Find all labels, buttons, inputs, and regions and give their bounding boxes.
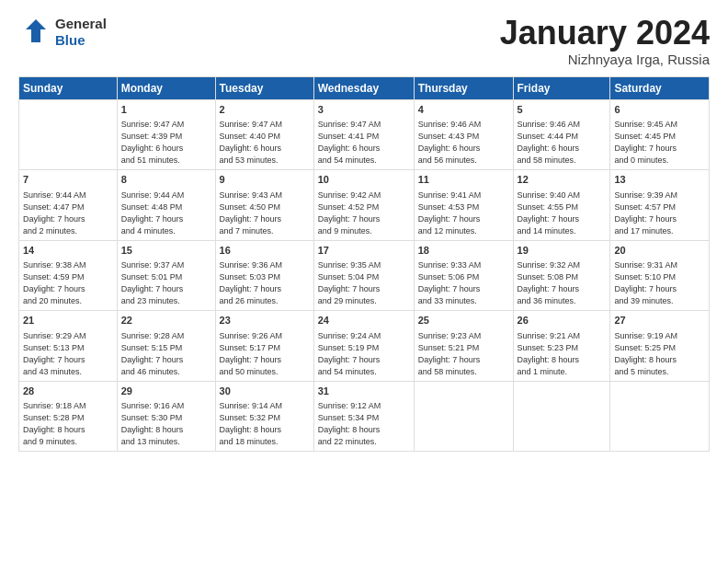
day-number: 22 [121, 314, 211, 327]
calendar-cell: 6Sunrise: 9:45 AM Sunset: 4:45 PM Daylig… [610, 99, 710, 170]
calendar-cell [610, 381, 710, 452]
svg-marker-0 [26, 19, 46, 42]
calendar-cell: 10Sunrise: 9:42 AM Sunset: 4:52 PM Dayli… [313, 170, 414, 241]
calendar-cell: 25Sunrise: 9:23 AM Sunset: 5:21 PM Dayli… [414, 311, 513, 382]
day-number: 4 [418, 103, 509, 117]
calendar-cell: 27Sunrise: 9:19 AM Sunset: 5:25 PM Dayli… [610, 311, 710, 382]
calendar-cell: 12Sunrise: 9:40 AM Sunset: 4:55 PM Dayli… [513, 170, 610, 241]
day-number: 23 [220, 314, 310, 327]
calendar-cell: 26Sunrise: 9:21 AM Sunset: 5:23 PM Dayli… [513, 311, 610, 382]
day-number: 15 [121, 244, 211, 258]
calendar-cell: 4Sunrise: 9:46 AM Sunset: 4:43 PM Daylig… [414, 99, 513, 170]
calendar-cell [19, 99, 118, 170]
calendar-cell: 1Sunrise: 9:47 AM Sunset: 4:39 PM Daylig… [117, 99, 215, 170]
day-info: Sunrise: 9:39 AM Sunset: 4:57 PM Dayligh… [614, 190, 705, 237]
day-info: Sunrise: 9:35 AM Sunset: 5:04 PM Dayligh… [318, 259, 410, 307]
day-number: 13 [614, 173, 705, 187]
calendar-cell: 15Sunrise: 9:37 AM Sunset: 5:01 PM Dayli… [117, 240, 215, 311]
calendar-cell: 19Sunrise: 9:32 AM Sunset: 5:08 PM Dayli… [513, 240, 610, 311]
day-number: 10 [318, 173, 410, 187]
header-monday: Monday [117, 76, 215, 99]
day-info: Sunrise: 9:41 AM Sunset: 4:53 PM Dayligh… [418, 190, 509, 237]
day-number: 27 [614, 314, 705, 327]
header-thursday: Thursday [414, 76, 513, 99]
calendar-cell: 8Sunrise: 9:44 AM Sunset: 4:48 PM Daylig… [117, 170, 215, 241]
day-info: Sunrise: 9:37 AM Sunset: 5:01 PM Dayligh… [121, 259, 211, 307]
day-info: Sunrise: 9:40 AM Sunset: 4:55 PM Dayligh… [518, 190, 607, 237]
day-info: Sunrise: 9:14 AM Sunset: 5:32 PM Dayligh… [220, 400, 310, 448]
calendar-table: Sunday Monday Tuesday Wednesday Thursday… [18, 76, 710, 453]
day-number: 1 [121, 103, 211, 117]
day-number: 25 [418, 314, 509, 327]
day-info: Sunrise: 9:12 AM Sunset: 5:34 PM Dayligh… [318, 400, 410, 448]
day-info: Sunrise: 9:43 AM Sunset: 4:50 PM Dayligh… [220, 190, 310, 237]
calendar-cell: 7Sunrise: 9:44 AM Sunset: 4:47 PM Daylig… [19, 170, 118, 241]
day-number: 6 [614, 103, 705, 117]
calendar-cell: 20Sunrise: 9:31 AM Sunset: 5:10 PM Dayli… [610, 240, 710, 311]
calendar-cell: 24Sunrise: 9:24 AM Sunset: 5:19 PM Dayli… [313, 311, 414, 382]
day-info: Sunrise: 9:46 AM Sunset: 4:44 PM Dayligh… [518, 119, 607, 167]
header-wednesday: Wednesday [313, 76, 414, 99]
calendar-cell: 2Sunrise: 9:47 AM Sunset: 4:40 PM Daylig… [215, 99, 313, 170]
calendar-title: January 2024 [500, 15, 710, 52]
calendar-cell: 31Sunrise: 9:12 AM Sunset: 5:34 PM Dayli… [313, 381, 414, 452]
day-info: Sunrise: 9:33 AM Sunset: 5:06 PM Dayligh… [418, 259, 509, 307]
calendar-cell: 23Sunrise: 9:26 AM Sunset: 5:17 PM Dayli… [215, 311, 313, 382]
calendar-cell: 11Sunrise: 9:41 AM Sunset: 4:53 PM Dayli… [414, 170, 513, 241]
day-info: Sunrise: 9:26 AM Sunset: 5:17 PM Dayligh… [220, 330, 310, 378]
calendar-cell: 29Sunrise: 9:16 AM Sunset: 5:30 PM Dayli… [117, 381, 215, 452]
calendar-cell: 21Sunrise: 9:29 AM Sunset: 5:13 PM Dayli… [19, 311, 118, 382]
day-info: Sunrise: 9:36 AM Sunset: 5:03 PM Dayligh… [220, 259, 310, 307]
day-number: 5 [518, 103, 607, 117]
calendar-cell: 16Sunrise: 9:36 AM Sunset: 5:03 PM Dayli… [215, 240, 313, 311]
day-number: 2 [220, 103, 310, 117]
day-number: 14 [23, 244, 113, 258]
calendar-cell: 30Sunrise: 9:14 AM Sunset: 5:32 PM Dayli… [215, 381, 313, 452]
day-info: Sunrise: 9:19 AM Sunset: 5:25 PM Dayligh… [614, 330, 705, 378]
day-number: 17 [318, 244, 410, 258]
day-info: Sunrise: 9:44 AM Sunset: 4:48 PM Dayligh… [121, 190, 211, 237]
day-info: Sunrise: 9:16 AM Sunset: 5:30 PM Dayligh… [121, 400, 211, 448]
header-sunday: Sunday [19, 76, 118, 99]
header: GeneralBlue January 2024 Nizhnyaya Irga,… [18, 15, 710, 67]
day-info: Sunrise: 9:29 AM Sunset: 5:13 PM Dayligh… [23, 330, 113, 378]
day-info: Sunrise: 9:21 AM Sunset: 5:23 PM Dayligh… [518, 330, 607, 378]
day-info: Sunrise: 9:44 AM Sunset: 4:47 PM Dayligh… [23, 190, 113, 237]
calendar-week-3: 14Sunrise: 9:38 AM Sunset: 4:59 PM Dayli… [19, 240, 710, 311]
day-number: 31 [318, 385, 410, 398]
day-number: 30 [220, 385, 310, 398]
header-friday: Friday [513, 76, 610, 99]
day-info: Sunrise: 9:38 AM Sunset: 4:59 PM Dayligh… [23, 259, 113, 307]
header-row: Sunday Monday Tuesday Wednesday Thursday… [19, 76, 710, 99]
calendar-week-5: 28Sunrise: 9:18 AM Sunset: 5:28 PM Dayli… [19, 381, 710, 452]
day-number: 19 [518, 244, 607, 258]
day-info: Sunrise: 9:47 AM Sunset: 4:41 PM Dayligh… [318, 119, 410, 167]
calendar-cell: 9Sunrise: 9:43 AM Sunset: 4:50 PM Daylig… [215, 170, 313, 241]
day-info: Sunrise: 9:23 AM Sunset: 5:21 PM Dayligh… [418, 330, 509, 378]
calendar-subtitle: Nizhnyaya Irga, Russia [500, 52, 710, 67]
day-number: 26 [518, 314, 607, 327]
calendar-cell [414, 381, 513, 452]
logo-icon [18, 15, 53, 50]
header-tuesday: Tuesday [215, 76, 313, 99]
day-info: Sunrise: 9:47 AM Sunset: 4:39 PM Dayligh… [121, 119, 211, 167]
logo-general-text: General [55, 16, 107, 32]
calendar-cell: 28Sunrise: 9:18 AM Sunset: 5:28 PM Dayli… [19, 381, 118, 452]
day-number: 9 [220, 173, 310, 187]
day-number: 8 [121, 173, 211, 187]
day-number: 11 [418, 173, 509, 187]
calendar-cell: 18Sunrise: 9:33 AM Sunset: 5:06 PM Dayli… [414, 240, 513, 311]
calendar-cell: 22Sunrise: 9:28 AM Sunset: 5:15 PM Dayli… [117, 311, 215, 382]
calendar-cell: 13Sunrise: 9:39 AM Sunset: 4:57 PM Dayli… [610, 170, 710, 241]
day-number: 20 [614, 244, 705, 258]
day-number: 18 [418, 244, 509, 258]
day-info: Sunrise: 9:28 AM Sunset: 5:15 PM Dayligh… [121, 330, 211, 378]
day-info: Sunrise: 9:45 AM Sunset: 4:45 PM Dayligh… [614, 119, 705, 167]
logo: GeneralBlue [18, 15, 107, 50]
day-number: 28 [23, 385, 113, 398]
day-number: 16 [220, 244, 310, 258]
day-info: Sunrise: 9:24 AM Sunset: 5:19 PM Dayligh… [318, 330, 410, 378]
logo-blue-text: Blue [55, 32, 107, 49]
page-container: GeneralBlue January 2024 Nizhnyaya Irga,… [0, 0, 728, 461]
day-number: 21 [23, 314, 113, 327]
